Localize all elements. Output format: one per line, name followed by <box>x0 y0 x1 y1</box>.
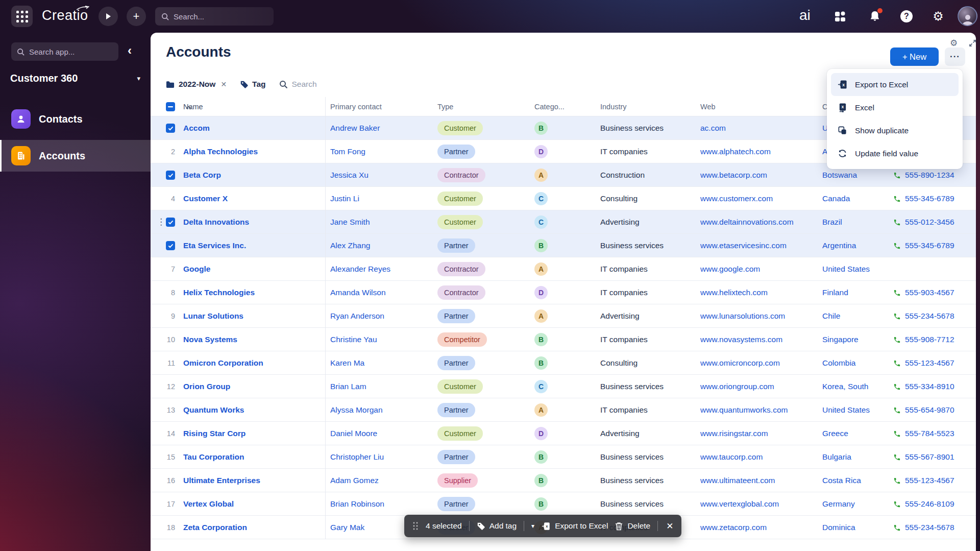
table-row[interactable]: ⋮ 14 Rising Star Corp Daniel Moore Custo… <box>151 422 976 445</box>
page-settings-gear-icon[interactable]: ⚙ <box>950 38 958 49</box>
account-name-link[interactable]: Alpha Technologies <box>183 140 258 163</box>
country-link[interactable]: Colombia <box>822 351 855 375</box>
account-name-link[interactable]: Zeta Corporation <box>183 516 247 539</box>
account-name-link[interactable]: Ultimate Enterprises <box>183 469 260 492</box>
app-launcher-icon[interactable] <box>11 6 33 27</box>
web-link[interactable]: www.quantumworks.com <box>700 398 788 422</box>
menu-item-update-field-value[interactable]: Update field value <box>831 142 959 165</box>
primary-contact-link[interactable]: Justin Li <box>330 187 359 210</box>
table-row[interactable]: ⋮ 16 Ultimate Enterprises Adam Gomez Sup… <box>151 469 976 492</box>
web-link[interactable]: www.deltainnovations.com <box>700 210 794 234</box>
primary-contact-link[interactable]: Ryan Anderson <box>330 304 384 328</box>
phone-cell[interactable]: 555-654-9870 <box>893 398 954 422</box>
avatar[interactable] <box>958 6 977 26</box>
account-name-link[interactable]: Helix Technologies <box>183 281 255 304</box>
web-link[interactable]: www.ultimateent.com <box>700 469 775 492</box>
web-link[interactable]: www.alphatech.com <box>700 140 771 163</box>
web-link[interactable]: www.vertexglobal.com <box>700 492 779 516</box>
web-link[interactable]: www.zetacorp.com <box>700 516 767 539</box>
primary-contact-link[interactable]: Gary Mak <box>330 516 364 539</box>
column-header-web[interactable]: Web <box>700 97 716 116</box>
select-all-checkbox[interactable] <box>166 102 175 111</box>
primary-contact-link[interactable]: Tom Fong <box>330 140 365 163</box>
primary-contact-link[interactable]: Amanda Wilson <box>330 281 386 304</box>
country-link[interactable]: Costa Rica <box>822 469 861 492</box>
primary-contact-link[interactable]: Alyssa Morgan <box>330 398 383 422</box>
web-link[interactable]: ac.com <box>700 116 726 140</box>
country-link[interactable]: Singapore <box>822 328 859 351</box>
row-checkbox[interactable] <box>166 218 175 227</box>
sidebar-collapse-button[interactable]: ‹ <box>128 43 132 58</box>
account-name-link[interactable]: Beta Corp <box>183 163 221 187</box>
country-link[interactable]: Argentina <box>822 234 856 257</box>
add-button[interactable]: + <box>127 7 146 26</box>
remove-filter-icon[interactable]: ✕ <box>220 80 227 88</box>
web-link[interactable]: www.etaservicesinc.com <box>700 234 787 257</box>
country-link[interactable]: Brazil <box>822 210 842 234</box>
phone-cell[interactable]: 555-908-7712 <box>893 328 954 351</box>
account-name-link[interactable]: Quantum Works <box>183 398 244 422</box>
web-link[interactable]: www.betacorp.com <box>700 163 767 187</box>
table-row[interactable]: ⋮ 12 Orion Group Brian Lam Customer C Bu… <box>151 375 976 398</box>
primary-contact-link[interactable]: Alexander Reyes <box>330 257 390 281</box>
phone-cell[interactable]: 555-345-6789 <box>893 187 954 210</box>
delete-button[interactable]: Delete <box>615 521 650 531</box>
account-name-link[interactable]: Lunar Solutions <box>183 304 243 328</box>
global-search-input[interactable]: Search... <box>155 7 274 26</box>
country-link[interactable]: Germany <box>822 492 855 516</box>
menu-item-excel[interactable]: x Excel <box>831 96 959 119</box>
menu-item-show-duplicate[interactable]: Show duplicate <box>831 119 959 142</box>
web-link[interactable]: www.omicroncorp.com <box>700 351 780 375</box>
table-row[interactable]: ⋮ 9 Lunar Solutions Ryan Anderson Partne… <box>151 304 976 328</box>
phone-cell[interactable]: 555-246-8109 <box>893 492 954 516</box>
primary-contact-link[interactable]: Karen Ma <box>330 351 364 375</box>
column-header-category[interactable]: Catego... <box>534 97 565 116</box>
row-drag-handle[interactable]: ⋮ <box>157 210 165 234</box>
country-link[interactable]: United States <box>822 398 870 422</box>
sidebar-item-accounts[interactable]: Accounts <box>0 140 151 172</box>
primary-contact-link[interactable]: Andrew Baker <box>330 116 380 140</box>
more-actions-button[interactable]: ··· <box>945 47 965 66</box>
account-name-link[interactable]: Vertex Global <box>183 492 234 516</box>
app-search-input[interactable]: Search app... <box>11 42 118 61</box>
primary-contact-link[interactable]: Christine Yau <box>330 328 377 351</box>
web-link[interactable]: www.risingstar.com <box>700 422 768 445</box>
table-row[interactable]: ⋮ 8 Helix Technologies Amanda Wilson Con… <box>151 281 976 304</box>
close-action-bar-button[interactable]: ✕ <box>665 521 673 532</box>
country-link[interactable]: Finland <box>822 281 848 304</box>
column-header-type[interactable]: Type <box>437 97 453 116</box>
primary-contact-link[interactable]: Brian Lam <box>330 375 366 398</box>
actionbar-drag-handle[interactable] <box>412 521 419 531</box>
web-link[interactable]: www.lunarsolutions.com <box>700 304 785 328</box>
primary-contact-link[interactable]: Jessica Xu <box>330 163 369 187</box>
phone-cell[interactable]: 555-345-6789 <box>893 234 954 257</box>
table-row[interactable]: ⋮ 13 Quantum Works Alyssa Morgan Partner… <box>151 398 976 422</box>
column-header-primary-contact[interactable]: Primary contact <box>330 97 382 116</box>
sidebar-item-contacts[interactable]: Contacts <box>0 103 151 135</box>
country-link[interactable]: Bulgaria <box>822 445 851 469</box>
account-name-link[interactable]: Google <box>183 257 210 281</box>
expand-icon[interactable] <box>969 39 976 47</box>
account-name-link[interactable]: Accom <box>183 116 210 140</box>
phone-cell[interactable]: 555-784-5523 <box>893 422 954 445</box>
primary-contact-link[interactable]: Adam Gomez <box>330 469 379 492</box>
country-link[interactable]: Greece <box>822 422 848 445</box>
ai-copilot-icon[interactable]: ai <box>799 7 811 23</box>
help-button[interactable]: ? <box>899 9 914 23</box>
primary-contact-link[interactable]: Alex Zhang <box>330 234 370 257</box>
country-link[interactable]: Korea, South <box>822 375 868 398</box>
table-row[interactable]: ⋮ 10 Nova Systems Christine Yau Competit… <box>151 328 976 351</box>
table-row[interactable]: ⋮ 17 Vertex Global Brian Robinson Partne… <box>151 492 976 516</box>
row-checkbox[interactable] <box>166 241 175 250</box>
primary-contact-link[interactable]: Daniel Moore <box>330 422 377 445</box>
column-header-name[interactable]: Name <box>183 97 191 116</box>
account-name-link[interactable]: Delta Innovations <box>183 210 249 234</box>
menu-item-export-to-excel[interactable]: x Export to Excel <box>831 73 959 96</box>
web-link[interactable]: www.oriongroup.com <box>700 375 774 398</box>
notifications-button[interactable] <box>868 9 882 23</box>
row-checkbox[interactable] <box>166 124 175 133</box>
account-name-link[interactable]: Orion Group <box>183 375 230 398</box>
web-link[interactable]: www.helixtech.com <box>700 281 768 304</box>
primary-contact-link[interactable]: Brian Robinson <box>330 492 384 516</box>
account-name-link[interactable]: Rising Star Corp <box>183 422 246 445</box>
